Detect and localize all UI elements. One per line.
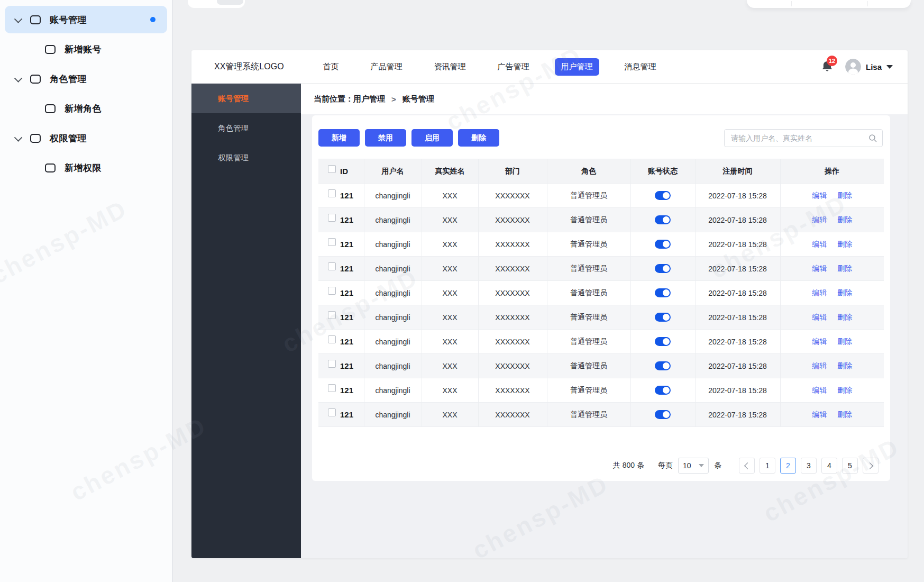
edit-link[interactable]: 编辑 [812, 264, 827, 272]
cell-username: changjingli [364, 281, 422, 305]
delete-link[interactable]: 删除 [837, 288, 852, 297]
breadcrumb-section[interactable]: 用户管理 [353, 94, 385, 104]
delete-link[interactable]: 删除 [837, 337, 852, 345]
toolbar-button[interactable]: 禁用 [365, 129, 406, 147]
page-button[interactable]: 1 [760, 458, 775, 474]
tree-item-label: 账号管理 [50, 14, 150, 26]
next-page-button[interactable] [863, 458, 879, 474]
table-row: 121 changjingli XXX XXXXXXX 普通管理员 2022-0… [318, 403, 884, 427]
avatar[interactable] [845, 59, 861, 75]
status-toggle[interactable] [655, 264, 671, 273]
page-button[interactable]: 4 [821, 458, 837, 474]
row-checkbox[interactable] [328, 189, 336, 197]
top-popover-remnant [747, 0, 911, 8]
delete-link[interactable]: 删除 [837, 240, 852, 248]
nav-item[interactable]: 资讯管理 [428, 58, 472, 76]
prev-page-button[interactable] [739, 458, 755, 474]
chevron-down-icon [14, 133, 23, 142]
nav-item[interactable]: 首页 [317, 58, 345, 76]
page-button[interactable]: 3 [801, 458, 817, 474]
edit-link[interactable]: 编辑 [812, 191, 827, 199]
toolbar-button[interactable]: 新增 [318, 129, 360, 147]
row-checkbox[interactable] [328, 335, 336, 343]
toolbar-button[interactable]: 启用 [411, 129, 453, 147]
cell-registered: 2022-07-18 15:28 [695, 354, 780, 378]
tree-item-child[interactable]: 新增权限 [5, 154, 167, 181]
row-checkbox[interactable] [328, 287, 336, 295]
edit-link[interactable]: 编辑 [812, 215, 827, 224]
outer-sidebar-tree: 账号管理 新增账号 角色管理 新增角色 权限管理 新增权限 [5, 6, 167, 181]
nav-item[interactable]: 产品管理 [364, 58, 409, 76]
delete-link[interactable]: 删除 [837, 264, 852, 272]
user-menu-caret-icon[interactable] [886, 65, 893, 69]
delete-link[interactable]: 删除 [837, 361, 852, 370]
search-box [724, 129, 883, 147]
breadcrumb-separator: > [391, 95, 396, 104]
delete-link[interactable]: 删除 [837, 313, 852, 321]
delete-link[interactable]: 删除 [837, 410, 852, 419]
tree-item-child[interactable]: 新增角色 [5, 95, 167, 122]
status-toggle[interactable] [655, 240, 671, 249]
row-checkbox[interactable] [328, 408, 336, 416]
status-toggle[interactable] [655, 215, 671, 224]
tree-item-child[interactable]: 新增账号 [5, 35, 167, 63]
table-row: 121 changjingli XXX XXXXXXX 普通管理员 2022-0… [318, 184, 884, 208]
row-checkbox[interactable] [328, 360, 336, 368]
row-checkbox[interactable] [328, 311, 336, 319]
select-all-checkbox[interactable] [328, 165, 336, 173]
breadcrumb-prefix: 当前位置： [314, 94, 353, 104]
cell-department: XXXXXXX [478, 281, 547, 305]
inner-sidebar-item[interactable]: 账号管理 [191, 84, 301, 113]
inner-sidebar-item[interactable]: 角色管理 [191, 113, 301, 143]
tree-item[interactable]: 角色管理 [5, 65, 167, 93]
search-input[interactable] [725, 134, 868, 142]
row-checkbox[interactable] [328, 214, 336, 222]
row-checkbox[interactable] [328, 238, 336, 246]
nav-item[interactable]: 消息管理 [618, 58, 663, 76]
cell-id: 121 [340, 288, 353, 297]
tree-item-label: 新增账号 [65, 43, 167, 56]
cell-status: 普通管理员 [547, 330, 630, 354]
cell-department: XXXXXXX [478, 257, 547, 281]
chevron-left-icon [744, 462, 751, 469]
cell-real-name: XXX [422, 257, 478, 281]
status-toggle[interactable] [655, 386, 671, 395]
status-toggle[interactable] [655, 191, 671, 200]
cell-id: 121 [340, 240, 353, 249]
delete-link[interactable]: 删除 [837, 386, 852, 394]
page-button[interactable]: 5 [842, 458, 858, 474]
tree-item[interactable]: 账号管理 [5, 6, 167, 33]
status-toggle[interactable] [655, 337, 671, 346]
menu-square-icon [45, 163, 56, 172]
cell-department: XXXXXXX [478, 305, 547, 330]
search-icon[interactable] [868, 134, 877, 142]
status-toggle[interactable] [655, 410, 671, 419]
edit-link[interactable]: 编辑 [812, 386, 827, 394]
tree-item[interactable]: 权限管理 [5, 124, 167, 152]
edit-link[interactable]: 编辑 [812, 240, 827, 248]
edit-link[interactable]: 编辑 [812, 313, 827, 321]
cell-id: 121 [340, 337, 353, 346]
notification-bell-button[interactable]: 12 [821, 60, 835, 74]
status-toggle[interactable] [655, 361, 671, 370]
edit-link[interactable]: 编辑 [812, 288, 827, 297]
row-checkbox[interactable] [328, 262, 336, 270]
edit-link[interactable]: 编辑 [812, 337, 827, 345]
edit-link[interactable]: 编辑 [812, 410, 827, 419]
cell-department: XXXXXXX [478, 378, 547, 403]
edit-link[interactable]: 编辑 [812, 361, 827, 370]
row-checkbox[interactable] [328, 384, 336, 392]
toolbar-button[interactable]: 删除 [458, 129, 499, 147]
nav-item[interactable]: 用户管理 [555, 58, 599, 76]
status-toggle[interactable] [655, 313, 671, 322]
column-header: 注册时间 [695, 159, 780, 184]
delete-link[interactable]: 删除 [837, 191, 852, 199]
status-toggle[interactable] [655, 288, 671, 297]
delete-link[interactable]: 删除 [837, 215, 852, 224]
table-row: 121 changjingli XXX XXXXXXX 普通管理员 2022-0… [318, 305, 884, 330]
page-button[interactable]: 2 [780, 458, 796, 474]
inner-sidebar-item[interactable]: 权限管理 [191, 143, 301, 172]
cell-status: 普通管理员 [547, 354, 630, 378]
nav-item[interactable]: 广告管理 [491, 58, 536, 76]
per-page-select[interactable]: 10 [678, 458, 709, 474]
